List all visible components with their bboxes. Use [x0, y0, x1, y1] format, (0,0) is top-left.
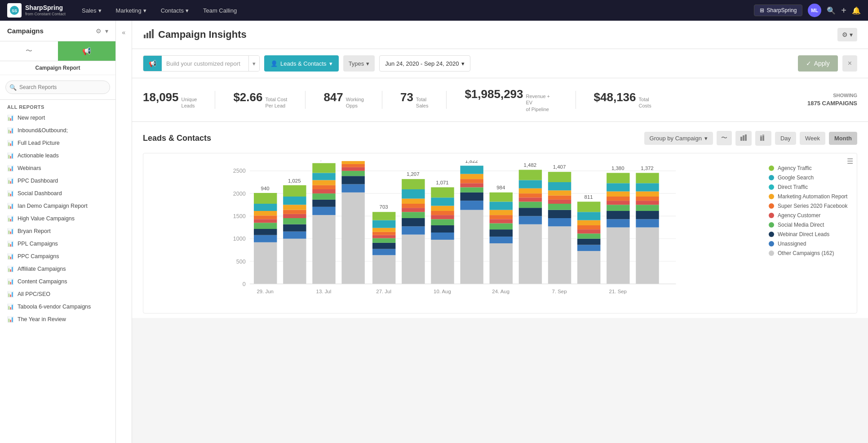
stacked-bar-type-btn[interactable]	[755, 131, 771, 146]
clear-filter-button[interactable]: ×	[842, 55, 857, 72]
search-input[interactable]	[5, 81, 110, 94]
settings-icon[interactable]: ⚙	[96, 27, 102, 35]
svg-rect-161	[636, 211, 659, 219]
sidebar-collapse-button[interactable]: «	[116, 21, 132, 443]
svg-rect-139	[577, 245, 600, 251]
svg-rect-117	[519, 224, 542, 284]
bar-group-jul13b[interactable]: 1,678 13. Jul	[312, 161, 335, 294]
report-new-report[interactable]: 📊 New report	[0, 112, 115, 124]
settings-button[interactable]: ⚙ ▾	[837, 28, 857, 41]
svg-rect-100	[460, 187, 483, 192]
bar-group-jun29[interactable]: 940 29. Jun	[254, 186, 277, 294]
bar-group-aug24a[interactable]: 984 24. Aug	[490, 185, 513, 294]
date-range-picker[interactable]: Jun 24, 2020 - Sep 24, 2020 ▾	[379, 55, 470, 72]
reports-list: 📊 New report 📊 Inbound&Outbound; 📊 Full …	[0, 112, 115, 326]
nav-sales[interactable]: Sales ▾	[79, 5, 104, 16]
svg-rect-98	[460, 201, 483, 210]
svg-rect-29	[254, 219, 277, 223]
report-taboola[interactable]: 📊 Taboola 6-vendor Campaigns	[0, 300, 115, 313]
legend-dot-unassigned	[769, 241, 774, 246]
svg-rect-104	[460, 166, 483, 174]
sidebar: Campaigns ⚙ ▾ 〜 📢 Campaign Report 🔍 ALL …	[0, 21, 116, 443]
svg-rect-121	[519, 197, 542, 201]
sharpspring-btn[interactable]: ⊞ SharpSpring	[754, 4, 803, 16]
svg-rect-125	[519, 170, 542, 180]
brand-logo-area[interactable]: SS SharpSpring from Constant Contact	[7, 3, 66, 18]
bar-group-sep21b[interactable]: 1,372	[636, 165, 659, 284]
week-button[interactable]: Week	[800, 132, 825, 145]
legend-google-search: Google Search	[769, 175, 850, 181]
bar-group-aug24b[interactable]: 1,482	[519, 162, 542, 284]
build-report-arrow[interactable]: ▾	[248, 56, 259, 71]
types-filter-button[interactable]: Types ▾	[343, 55, 375, 72]
report-affiliate[interactable]: 📊 Affiliate Campaigns	[0, 263, 115, 275]
chart-menu-button[interactable]: ☰	[847, 157, 853, 166]
svg-rect-149	[607, 219, 629, 227]
nav-team-calling[interactable]: Team Calling	[200, 5, 239, 16]
bar-group-sep21a[interactable]: 1,380 21. Sep	[607, 165, 629, 294]
report-webinars[interactable]: 📊 Webinars	[0, 162, 115, 175]
report-full-lead[interactable]: 📊 Full Lead Picture	[0, 137, 115, 149]
report-ian-demo[interactable]: 📊 Ian Demo Campaign Report	[0, 200, 115, 212]
group-by-dropdown[interactable]: Group by Campaign ▾	[644, 132, 713, 145]
report-icon: 📊	[7, 291, 14, 297]
report-inbound-outbound[interactable]: 📊 Inbound&Outbound;	[0, 124, 115, 137]
build-report-dropdown[interactable]: 📢 Build your customized report ▾	[143, 55, 260, 72]
stat-divider-3	[382, 91, 382, 109]
tab-campaign[interactable]: 📢	[58, 41, 116, 61]
svg-rect-154	[607, 191, 629, 196]
bar-group-sep7a[interactable]: 1,407 7. Sep	[548, 164, 571, 294]
report-ppl[interactable]: 📊 PPL Campaigns	[0, 237, 115, 250]
filter-bar: 📢 Build your customized report ▾ 👤 Leads…	[132, 49, 868, 78]
legend-social-media-direct: Social Media Direct	[769, 222, 850, 228]
bar-group-sep7b[interactable]: 811	[577, 194, 600, 284]
svg-rect-99	[460, 192, 483, 201]
apply-button[interactable]: ✓ Apply	[798, 55, 838, 72]
svg-rect-128	[548, 218, 571, 226]
report-icon: 📊	[7, 152, 14, 159]
line-chart-type-btn[interactable]: 〜	[717, 131, 732, 145]
svg-rect-37	[283, 232, 306, 239]
user-avatar[interactable]: ML	[808, 4, 821, 17]
brand-text: SharpSpring from Constant Contact	[25, 4, 66, 17]
leads-contacts-filter-button[interactable]: 👤 Leads & Contacts ▾	[264, 55, 339, 72]
bar-group-aug10b[interactable]: 1,822	[460, 161, 483, 284]
report-year-in-review[interactable]: 📊 The Year in Review	[0, 313, 115, 326]
report-content[interactable]: 📊 Content Campaigns	[0, 275, 115, 288]
legend-dot-webinar	[769, 232, 774, 237]
svg-rect-106	[490, 243, 513, 284]
bar-group-jul13a[interactable]: 1,025	[283, 178, 306, 284]
report-bryan[interactable]: 📊 Bryan Report	[0, 225, 115, 237]
report-ppc-dashboard[interactable]: 📊 PPC Dashboard	[0, 175, 115, 187]
legend-super-series: Super Series 2020 Facebook	[769, 203, 850, 209]
nav-marketing[interactable]: Marketing ▾	[113, 5, 149, 16]
report-all-ppc-seo[interactable]: 📊 All PPC/SEO	[0, 288, 115, 300]
report-ppc-campaigns[interactable]: 📊 PPC Campaigns	[0, 250, 115, 263]
add-icon[interactable]: +	[841, 5, 846, 16]
month-button[interactable]: Month	[829, 132, 857, 145]
svg-rect-153	[607, 197, 629, 201]
search-icon[interactable]: 🔍	[827, 6, 836, 15]
nav-contacts[interactable]: Contacts ▾	[158, 5, 191, 16]
tab-line-chart[interactable]: 〜	[0, 41, 58, 61]
report-social-dashboard[interactable]: 📊 Social Dashboard	[0, 187, 115, 200]
notification-bell-icon[interactable]: 🔔	[852, 6, 861, 15]
report-actionable-leads[interactable]: 📊 Actionable leads	[0, 149, 115, 162]
bar-group-jul13c[interactable]: 2,213	[341, 161, 364, 284]
svg-rect-159	[636, 227, 659, 284]
report-high-value[interactable]: 📊 High Value Campaigns	[0, 212, 115, 225]
svg-text:21. Sep: 21. Sep	[609, 289, 627, 294]
bar-group-aug10a[interactable]: 1,071 10. Aug	[431, 179, 454, 294]
day-button[interactable]: Day	[775, 132, 796, 145]
report-icon: 📊	[7, 127, 14, 134]
svg-rect-54	[312, 163, 335, 173]
bar-group-jul27b[interactable]: 1,207	[402, 171, 425, 284]
svg-rect-130	[548, 204, 571, 210]
svg-rect-109	[490, 223, 513, 229]
chevron-down-icon[interactable]: ▾	[105, 27, 108, 35]
svg-rect-148	[607, 227, 629, 284]
bar-chart-type-btn[interactable]	[735, 131, 752, 146]
svg-rect-26	[254, 235, 277, 242]
bar-group-jul27a[interactable]: 703 27. Jul	[372, 204, 395, 294]
stat-total-sales: 73 TotalSales	[400, 90, 428, 109]
